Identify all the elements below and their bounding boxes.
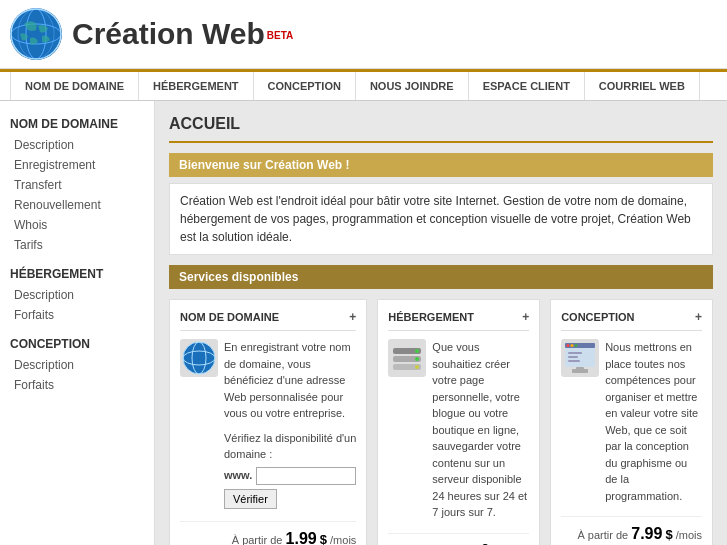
sidebar-link-hosting-description[interactable]: Description (0, 285, 154, 305)
page-title: ACCUEIL (169, 111, 713, 143)
sidebar-link-domain-tarifs[interactable]: Tarifs (0, 235, 154, 255)
domain-price-currency: $ (320, 532, 327, 546)
domain-price-suffix: /mois (330, 534, 356, 546)
service-hosting-plus: + (522, 310, 529, 324)
sidebar-section-hosting: HÉBERGEMENT (0, 261, 154, 285)
service-hosting-body: Que vous souhaitiez créer votre page per… (388, 339, 529, 521)
service-domain-header: NOM DE DOMAINE + (180, 310, 356, 331)
nav-contact[interactable]: NOUS JOINDRE (356, 72, 469, 100)
welcome-title: Bienvenue sur Création Web ! (169, 153, 713, 177)
svg-rect-20 (568, 352, 582, 354)
domain-check: Vérifiez la disponibilité d'un domaine :… (224, 430, 356, 509)
domain-input-row: www. (224, 467, 356, 485)
svg-rect-24 (576, 367, 584, 370)
domain-icon (180, 339, 218, 377)
svg-rect-22 (568, 360, 580, 362)
sidebar-link-hosting-forfaits[interactable]: Forfaits (0, 305, 154, 325)
service-box-domain: NOM DE DOMAINE + En enregistrant votre n… (169, 299, 367, 545)
main-layout: NOM DE DOMAINE Description Enregistremen… (0, 101, 727, 545)
conception-icon (561, 339, 599, 377)
domain-price-prefix: À partir de (232, 534, 283, 546)
site-title: Création Web (72, 17, 265, 50)
sidebar: NOM DE DOMAINE Description Enregistremen… (0, 101, 155, 545)
service-conception-text: Nous mettrons en place toutes nos compét… (605, 339, 702, 504)
sidebar-link-domain-description[interactable]: Description (0, 135, 154, 155)
service-box-conception: CONCEPTION + (550, 299, 713, 545)
sidebar-link-domain-whois[interactable]: Whois (0, 215, 154, 235)
hosting-price-row: À partir de 0 $ /mois (388, 533, 529, 546)
service-domain-plus: + (349, 310, 356, 324)
welcome-text: Création Web est l'endroit idéal pour bâ… (169, 183, 713, 255)
nav-client[interactable]: ESPACE CLIENT (469, 72, 585, 100)
verify-button[interactable]: Vérifier (224, 489, 277, 509)
service-conception-plus: + (695, 310, 702, 324)
service-conception-header: CONCEPTION + (561, 310, 702, 331)
svg-rect-21 (568, 356, 578, 358)
header: Création WebBETA (0, 0, 727, 69)
service-conception-body: Nous mettrons en place toutes nos compét… (561, 339, 702, 504)
globe-icon (10, 8, 62, 60)
domain-check-label: Vérifiez la disponibilité d'un domaine : (224, 430, 356, 463)
domain-price-amount: 1.99 (286, 530, 317, 546)
service-domain-title: NOM DE DOMAINE (180, 311, 279, 323)
domain-search-input[interactable] (256, 467, 356, 485)
svg-point-17 (567, 344, 570, 347)
nav-hosting[interactable]: HÉBERGEMENT (139, 72, 254, 100)
service-box-hosting: HÉBERGEMENT + (377, 299, 540, 545)
sidebar-link-conception-description[interactable]: Description (0, 355, 154, 375)
sidebar-link-conception-forfaits[interactable]: Forfaits (0, 375, 154, 395)
conception-price-suffix: /mois (676, 529, 702, 541)
svg-point-14 (415, 365, 419, 369)
service-hosting-header: HÉBERGEMENT + (388, 310, 529, 331)
conception-price-currency: $ (665, 527, 672, 542)
nav-conception[interactable]: CONCEPTION (254, 72, 356, 100)
conception-price-amount: 7.99 (631, 525, 662, 542)
nav-mail[interactable]: COURRIEL WEB (585, 72, 700, 100)
nav-domain[interactable]: NOM DE DOMAINE (10, 72, 139, 100)
hosting-icon (388, 339, 426, 377)
beta-badge: BETA (267, 30, 293, 41)
service-domain-body: En enregistrant votre nom de domaine, vo… (180, 339, 356, 509)
services-header: Services disponibles (169, 265, 713, 289)
site-title-container: Création WebBETA (72, 17, 293, 51)
www-label: www. (224, 467, 252, 484)
service-conception-title: CONCEPTION (561, 311, 634, 323)
svg-point-19 (575, 344, 578, 347)
domain-price-row: À partir de 1.99 $ /mois (180, 521, 356, 546)
sidebar-link-domain-enregistrement[interactable]: Enregistrement (0, 155, 154, 175)
services-grid: NOM DE DOMAINE + En enregistrant votre n… (169, 299, 713, 545)
content-area: ACCUEIL Bienvenue sur Création Web ! Cré… (155, 101, 727, 545)
service-hosting-text: Que vous souhaitiez créer votre page per… (432, 339, 529, 521)
sidebar-link-domain-transfert[interactable]: Transfert (0, 175, 154, 195)
svg-point-12 (415, 349, 419, 353)
sidebar-section-conception: CONCEPTION (0, 331, 154, 355)
svg-point-18 (571, 344, 574, 347)
conception-price-row: À partir de 7.99 $ /mois (561, 516, 702, 543)
conception-price-prefix: À partir de (577, 529, 628, 541)
sidebar-section-domain: NOM DE DOMAINE (0, 111, 154, 135)
main-nav: NOM DE DOMAINE HÉBERGEMENT CONCEPTION NO… (0, 69, 727, 101)
svg-point-13 (415, 357, 419, 361)
sidebar-link-domain-renouvellement[interactable]: Renouvellement (0, 195, 154, 215)
hosting-price-amount: 0 (481, 542, 490, 546)
service-hosting-title: HÉBERGEMENT (388, 311, 474, 323)
service-domain-text: En enregistrant votre nom de domaine, vo… (224, 339, 356, 509)
